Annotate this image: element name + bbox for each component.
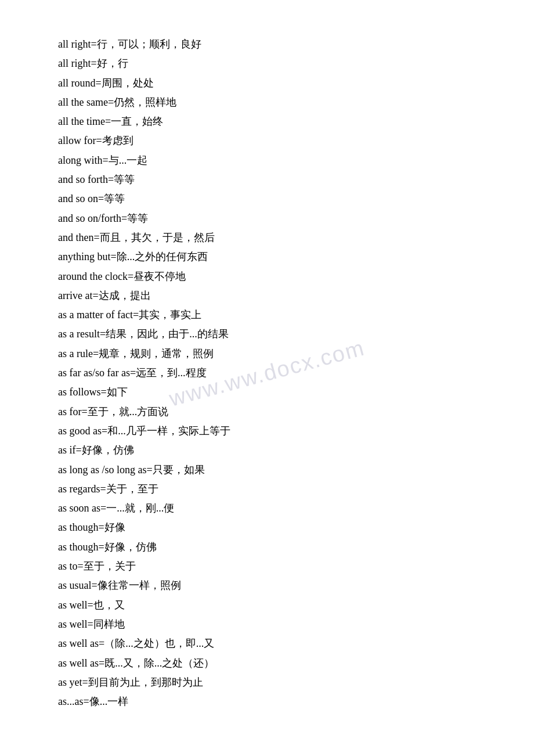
list-item: as a result=结果，因此，由于...的结果	[58, 325, 476, 344]
list-item: as a matter of fact=其实，事实上	[58, 305, 476, 325]
list-item: all right=行，可以；顺利，良好	[58, 35, 476, 54]
list-item: as soon as=一...就，刚...便	[58, 499, 476, 518]
list-item: as though=好像	[58, 518, 476, 537]
list-item: as usual=像往常一样，照例	[58, 576, 476, 595]
list-item: as far as/so far as=远至，到...程度	[58, 363, 476, 383]
list-item: as for=至于，就...方面说	[58, 402, 476, 422]
list-item: and so on/forth=等等	[58, 209, 476, 228]
list-item: as well=同样地	[58, 615, 476, 634]
list-item: as yet=到目前为止，到那时为止	[58, 673, 476, 692]
list-item: as good as=和...几乎一样，实际上等于	[58, 422, 476, 441]
list-item: and then=而且，其欠，于是，然后	[58, 228, 476, 247]
list-item: as well=也，又	[58, 596, 476, 615]
list-item: as regards=关于，至于	[58, 480, 476, 499]
list-item: along with=与...一起	[58, 151, 476, 170]
list-item: as well as=（除...之处）也，即...又	[58, 634, 476, 653]
list-item: as follows=如下	[58, 383, 476, 402]
list-item: and so forth=等等	[58, 170, 476, 189]
list-item: all right=好，行	[58, 54, 476, 73]
list-item: allow for=考虑到	[58, 131, 476, 150]
list-item: arrive at=达成，提出	[58, 286, 476, 305]
list-item: and so on=等等	[58, 189, 476, 208]
list-item: all the same=仍然，照样地	[58, 93, 476, 112]
list-item: all the time=一直，始终	[58, 112, 476, 131]
list-item: as well as=既...又，除...之处（还）	[58, 654, 476, 673]
content-area: www.ww.docx.com all right=行，可以；顺利，良好all …	[58, 35, 476, 711]
list-item: as if=好像，仿佛	[58, 441, 476, 460]
list-item: all round=周围，处处	[58, 74, 476, 93]
list-item: around the clock=昼夜不停地	[58, 267, 476, 286]
list-item: as a rule=规章，规则，通常，照例	[58, 344, 476, 363]
list-item: as...as=像...一样	[58, 692, 476, 711]
phrases-list: all right=行，可以；顺利，良好all right=好，行all rou…	[58, 35, 476, 711]
list-item: as long as /so long as=只要，如果	[58, 460, 476, 480]
list-item: as to=至于，关于	[58, 557, 476, 576]
list-item: as though=好像，仿佛	[58, 538, 476, 557]
list-item: anything but=除...之外的任何东西	[58, 247, 476, 267]
